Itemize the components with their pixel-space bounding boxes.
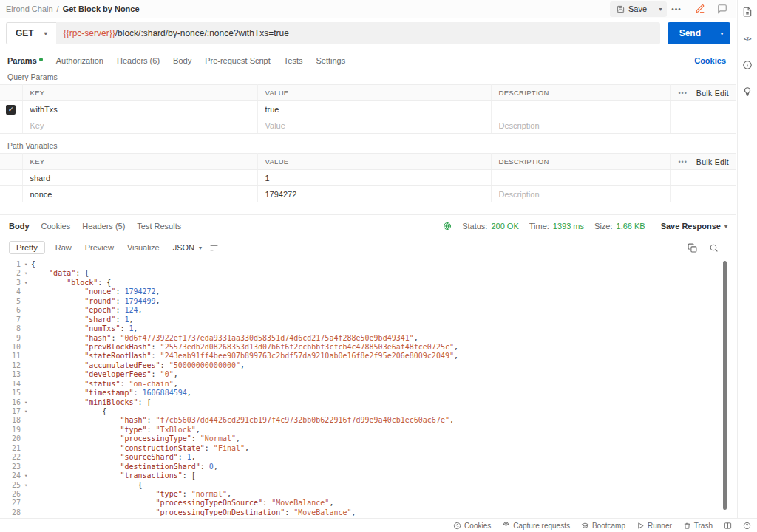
code-text: "sourceShard": 1,: [31, 453, 196, 462]
variable-key-cell[interactable]: shard: [22, 170, 257, 186]
code-line: 13 "developerFees": "0",: [0, 370, 736, 379]
code-text: "processingTypeOnDestination": "MoveBala…: [31, 508, 356, 517]
panel-icon[interactable]: [724, 522, 732, 530]
code-line: 26 "type": "normal",: [0, 490, 736, 499]
send-button-label: Send: [679, 28, 701, 38]
table-more-button[interactable]: •••: [678, 158, 687, 166]
runner-button[interactable]: Runner: [637, 522, 672, 530]
tab-response-headers[interactable]: Headers (5): [82, 222, 125, 231]
variable-value-cell[interactable]: 1: [257, 170, 491, 186]
view-raw[interactable]: Raw: [52, 242, 75, 253]
code-line: 28 "processingTypeOnDestination": "MoveB…: [0, 508, 736, 517]
view-preview[interactable]: Preview: [82, 242, 117, 253]
code-line: 8 "numTxs": 1,: [0, 324, 736, 333]
cookies-footer-button[interactable]: Cookies: [453, 522, 491, 530]
capture-icon: [502, 522, 510, 530]
bootcamp-button[interactable]: Bootcamp: [581, 522, 625, 530]
new-key-input[interactable]: [30, 121, 246, 130]
fold-toggle-icon[interactable]: ▾: [21, 260, 31, 269]
variable-key-cell[interactable]: nonce: [22, 186, 257, 202]
save-button[interactable]: Save: [610, 1, 654, 17]
comment-icon[interactable]: [714, 1, 730, 17]
documentation-icon[interactable]: [739, 4, 756, 20]
table-row: shard 1: [0, 170, 736, 186]
bulk-edit-button[interactable]: Bulk Edit: [696, 89, 729, 98]
tab-tests[interactable]: Tests: [284, 56, 303, 65]
method-label: GET: [16, 28, 34, 38]
status-badge: 200 OK: [491, 222, 518, 231]
column-key: KEY: [22, 154, 257, 170]
view-visualize[interactable]: Visualize: [124, 242, 163, 253]
code-icon[interactable]: </>: [739, 30, 756, 47]
response-body-viewer: 1▾{2▾ "data": {3▾ "block": {4 "nonce": 1…: [0, 258, 736, 518]
copy-icon[interactable]: [688, 243, 697, 253]
cookies-link[interactable]: Cookies: [694, 56, 726, 65]
method-select[interactable]: GET ▾: [6, 22, 56, 44]
param-key-cell[interactable]: withTxs: [22, 101, 257, 117]
variable-description-cell[interactable]: [491, 170, 670, 186]
tab-body[interactable]: Body: [173, 56, 191, 65]
row-checkbox[interactable]: ✓: [6, 105, 16, 115]
capture-requests-button[interactable]: Capture requests: [502, 522, 570, 530]
wrap-lines-icon[interactable]: [209, 243, 219, 253]
line-number: 3: [0, 279, 21, 287]
tab-pre-request-script[interactable]: Pre-request Script: [205, 56, 271, 65]
right-sidebar: </>: [737, 0, 757, 518]
tab-settings[interactable]: Settings: [316, 56, 345, 65]
tab-test-results[interactable]: Test Results: [137, 222, 181, 231]
fold-toggle-icon[interactable]: ▾: [21, 398, 31, 407]
code-text: "epoch": 124,: [31, 306, 143, 315]
line-number: 21: [0, 444, 21, 453]
tab-headers[interactable]: Headers (6): [117, 56, 160, 65]
view-pretty[interactable]: Pretty: [9, 241, 45, 254]
new-value-input[interactable]: [265, 121, 480, 130]
fold-toggle-icon[interactable]: ▾: [21, 279, 31, 287]
format-select[interactable]: JSON ▾: [173, 243, 202, 252]
variable-value-cell[interactable]: 1794272: [257, 186, 491, 202]
fold-toggle-icon[interactable]: ▾: [21, 269, 31, 278]
param-description-cell[interactable]: [491, 101, 670, 117]
line-number: 22: [0, 453, 21, 462]
help-icon[interactable]: [743, 522, 751, 530]
variable-description-input[interactable]: [499, 190, 661, 199]
tab-params-label: Params: [7, 56, 37, 65]
tab-authorization[interactable]: Authorization: [56, 56, 103, 65]
code-text: "stateRootHash": "243eab91ff4bee907b8997…: [31, 352, 458, 361]
code-text: "destinationShard": 0,: [31, 463, 218, 471]
code-text: "round": 1794499,: [31, 297, 160, 306]
send-button[interactable]: Send: [668, 22, 713, 44]
scrollbar[interactable]: [723, 261, 727, 510]
time-label: Time:: [529, 222, 549, 231]
breadcrumb-collection[interactable]: Elrond Chain: [6, 4, 53, 13]
search-icon[interactable]: [709, 243, 719, 253]
table-row-placeholder: [0, 117, 736, 134]
lightbulb-icon[interactable]: [739, 83, 756, 100]
tab-response-body[interactable]: Body: [9, 222, 30, 231]
more-options-button[interactable]: •••: [667, 5, 686, 13]
tab-params[interactable]: Params: [7, 56, 43, 65]
runner-icon: [637, 522, 645, 530]
line-number: 27: [0, 499, 21, 508]
fold-toggle-icon[interactable]: ▾: [21, 471, 31, 480]
save-options-button[interactable]: ▾: [654, 1, 667, 17]
table-more-button[interactable]: •••: [678, 89, 687, 97]
info-icon[interactable]: [739, 57, 756, 73]
save-response-button[interactable]: Save Response ▾: [661, 222, 727, 231]
time-value: 1393 ms: [553, 222, 584, 231]
line-number: 4: [0, 287, 21, 296]
param-value-cell[interactable]: true: [257, 101, 491, 117]
fold-toggle-icon[interactable]: ▾: [21, 481, 31, 490]
new-description-input[interactable]: [499, 121, 661, 130]
save-button-label: Save: [628, 4, 647, 13]
code-text: "data": {: [31, 269, 89, 278]
send-options-button[interactable]: ▾: [713, 22, 730, 44]
code-line: 12 "accumulatedFees": "50000000000000",: [0, 361, 736, 370]
trash-button[interactable]: Trash: [683, 522, 713, 530]
fold-gutter: [21, 343, 31, 352]
fold-gutter: [21, 324, 31, 333]
fold-toggle-icon[interactable]: ▾: [21, 407, 31, 416]
url-input[interactable]: {{rpc-server}}/block/:shard/by-nonce/:no…: [56, 22, 660, 44]
bulk-edit-button[interactable]: Bulk Edit: [696, 157, 729, 166]
tab-response-cookies[interactable]: Cookies: [41, 222, 71, 231]
edit-icon[interactable]: [692, 1, 708, 17]
